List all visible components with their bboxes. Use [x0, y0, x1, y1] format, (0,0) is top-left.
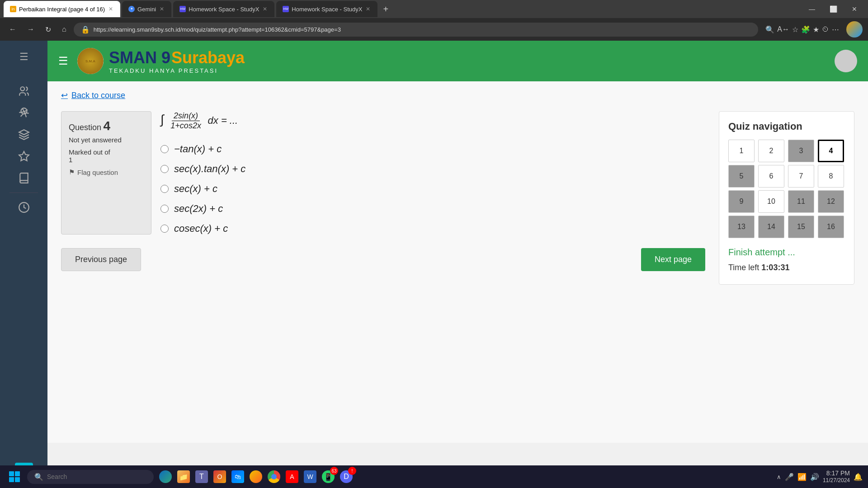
bookmark-icon[interactable]: ☆ — [792, 25, 798, 34]
browser-controls: ← → ↻ ⌂ 🔒 https://elearning.sman9sby.sch… — [0, 18, 868, 41]
option-e-text: cosec(x) + c — [174, 223, 228, 235]
header-hamburger[interactable]: ☰ — [58, 55, 68, 67]
forward-nav-button[interactable]: → — [24, 23, 38, 35]
nav-btn-11[interactable]: 11 — [788, 190, 814, 213]
close-button[interactable]: ✕ — [844, 0, 864, 20]
sidebar-item-layers[interactable] — [15, 126, 33, 144]
radio-d[interactable] — [160, 205, 169, 213]
nav-btn-3[interactable]: 3 — [788, 140, 814, 162]
nav-btn-13[interactable]: 13 — [728, 216, 755, 238]
taskbar-word-icon[interactable]: W — [302, 469, 318, 485]
nav-btn-1[interactable]: 1 — [728, 140, 755, 162]
refresh-button[interactable]: ↻ — [42, 23, 55, 36]
radio-a[interactable] — [160, 145, 169, 153]
security-icon: 🔒 — [81, 25, 90, 34]
math-fraction: 2sin(x) 1+cos2x — [169, 111, 203, 131]
menu-icon[interactable]: ⋯ — [832, 25, 839, 34]
sidebar-item-book[interactable] — [15, 169, 33, 187]
taskbar-browser-icon2[interactable] — [248, 469, 264, 485]
school-name: SMAN 9 Surabaya TEKADKU HANYA PRESTASI — [109, 48, 245, 74]
mic-icon[interactable]: 🎤 — [785, 473, 794, 481]
translate-icon[interactable]: A↔ — [777, 25, 789, 34]
radio-b[interactable] — [160, 165, 169, 173]
quiz-main: Question 4 Not yet answered Marked out o… — [61, 111, 854, 285]
back-nav-button[interactable]: ← — [5, 23, 20, 35]
time-left-label: Time left — [728, 263, 759, 272]
edge-profile-icon[interactable] — [846, 21, 863, 38]
taskbar-acrobat-icon[interactable]: A — [284, 469, 300, 485]
start-button[interactable] — [5, 468, 24, 486]
nav-btn-15[interactable]: 15 — [788, 216, 814, 238]
tab-4-close[interactable]: ✕ — [365, 6, 371, 12]
minimize-button[interactable]: — — [802, 0, 822, 20]
nav-btn-2[interactable]: 2 — [758, 140, 784, 162]
address-bar[interactable]: 🔒 https://elearning.sman9sby.sch.id/mod/… — [74, 23, 759, 37]
extensions-icon[interactable]: 🧩 — [801, 25, 810, 34]
notification-icon[interactable]: 🔔 — [854, 473, 863, 481]
option-e[interactable]: cosec(x) + c — [160, 223, 705, 235]
school-name-sman9: SMAN 9 — [109, 48, 170, 67]
sidebar-item-clock[interactable] — [15, 198, 33, 216]
next-page-button[interactable]: Next page — [641, 248, 705, 271]
tab-3-close[interactable]: ✕ — [262, 6, 268, 12]
taskbar-store-icon[interactable]: 🛍 — [230, 469, 246, 485]
option-a[interactable]: −tan(x) + c — [160, 143, 705, 155]
nav-btn-6[interactable]: 6 — [758, 165, 784, 188]
taskbar-search[interactable]: 🔍 — [27, 470, 154, 484]
taskbar-teams-icon[interactable]: T — [193, 469, 210, 485]
radio-e[interactable] — [160, 225, 169, 233]
finish-attempt-link[interactable]: Finish attempt ... — [728, 247, 845, 258]
clock-display[interactable]: 8:17 PM 11/27/2024 — [823, 469, 850, 484]
taskbar-office-icon[interactable]: O — [212, 469, 228, 485]
taskbar-explorer-icon[interactable]: 📁 — [175, 469, 192, 485]
nav-btn-16[interactable]: 16 — [818, 216, 844, 238]
prev-page-button[interactable]: Previous page — [61, 248, 141, 271]
radio-c[interactable] — [160, 185, 169, 193]
history-icon[interactable]: ⏲ — [822, 25, 829, 34]
option-d[interactable]: sec(2x) + c — [160, 203, 705, 215]
nav-btn-7[interactable]: 7 — [788, 165, 814, 188]
user-avatar[interactable] — [835, 50, 857, 72]
tab-2-favicon: ✦ — [128, 6, 135, 12]
sidebar-item-people[interactable] — [15, 82, 33, 100]
flag-question-link[interactable]: ⚑ Flag question — [69, 168, 144, 176]
sidebar-item-badge[interactable] — [15, 104, 33, 122]
tab-2-close[interactable]: ✕ — [159, 6, 165, 12]
taskbar-chrome-icon[interactable] — [266, 469, 282, 485]
whatsapp-badge: 63 — [330, 467, 338, 475]
maximize-button[interactable]: ⬜ — [822, 0, 844, 20]
back-to-course-link[interactable]: ↩ Back to course — [61, 90, 854, 100]
tab-4[interactable]: HW Homework Space - StudyX ✕ — [276, 1, 377, 17]
taskbar-discord-icon[interactable]: D ! — [338, 469, 354, 485]
tab-3-favicon: HW — [179, 6, 186, 12]
chevron-up-icon[interactable]: ∧ — [777, 474, 781, 480]
browser-actions: 🔍 A↔ ☆ 🧩 ★ ⏲ ⋯ — [762, 25, 843, 34]
zoom-icon[interactable]: 🔍 — [765, 25, 774, 34]
home-button[interactable]: ⌂ — [58, 23, 70, 35]
volume-icon[interactable]: 🔊 — [810, 473, 819, 481]
nav-btn-4[interactable]: 4 — [818, 140, 844, 162]
taskbar-whatsapp-icon[interactable]: 📱 63 — [320, 469, 336, 485]
favorites-icon[interactable]: ★ — [813, 25, 819, 34]
sidebar-item-star[interactable] — [15, 147, 33, 165]
nav-btn-14[interactable]: 14 — [758, 216, 784, 238]
tab-2[interactable]: ✦ Gemini ✕ — [122, 1, 171, 17]
new-tab-button[interactable]: + — [379, 4, 392, 14]
wifi-icon[interactable]: 📶 — [797, 473, 807, 481]
quiz-nav-panel: Quiz navigation 1 2 3 4 5 6 7 8 9 — [719, 111, 854, 285]
option-c[interactable]: sec(x) + c — [160, 183, 705, 195]
nav-btn-5[interactable]: 5 — [728, 165, 755, 188]
tab-1-close[interactable]: ✕ — [108, 6, 114, 12]
sidebar-hamburger[interactable]: ☰ — [15, 48, 33, 66]
nav-btn-9[interactable]: 9 — [728, 190, 755, 213]
option-b-text: sec(x).tan(x) + c — [174, 163, 245, 175]
taskbar-edge-icon[interactable] — [157, 469, 174, 485]
nav-btn-12[interactable]: 12 — [818, 190, 844, 213]
tab-1[interactable]: in Perbaikan Integral (page 4 of 16) ✕ — [4, 1, 120, 17]
taskbar-apps: 📁 T O 🛍 A W 📱 63 D ! — [157, 469, 354, 485]
search-input[interactable] — [47, 473, 137, 480]
tab-3[interactable]: HW Homework Space - StudyX ✕ — [173, 1, 274, 17]
nav-btn-8[interactable]: 8 — [818, 165, 844, 188]
nav-btn-10[interactable]: 10 — [758, 190, 784, 213]
option-b[interactable]: sec(x).tan(x) + c — [160, 163, 705, 175]
